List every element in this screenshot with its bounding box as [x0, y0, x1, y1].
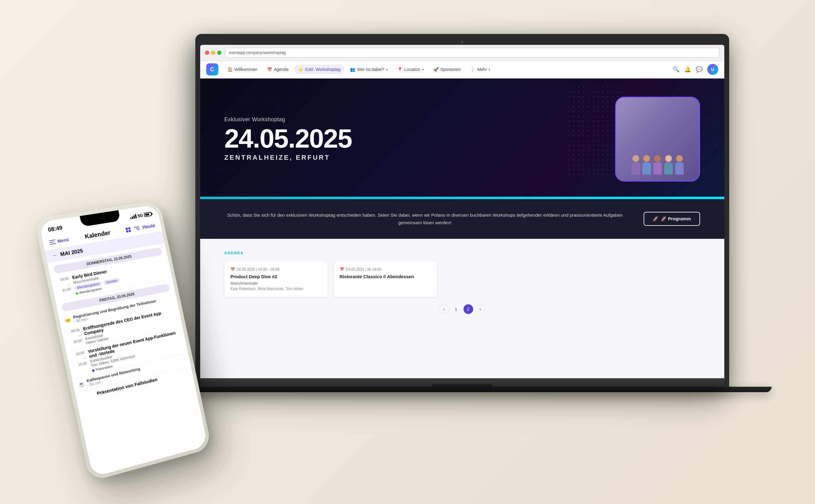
scene: 08:49 5G	[44, 25, 772, 479]
calendar-small-icon: 📅	[231, 267, 235, 272]
phone-title: Kalender	[84, 229, 111, 240]
person-4	[664, 155, 673, 175]
agenda-card-title-2: Ristorante Classico // Abendessen	[340, 274, 431, 279]
agenda-section: AGENDA 📅 24.05.2025 | 14:30 - 16:00 Prod…	[200, 239, 724, 378]
home-icon: 🏠	[228, 67, 233, 72]
close-dot[interactable]	[205, 51, 209, 55]
phone-device: 08:49 5G	[34, 200, 212, 482]
description-text: Schön, dass Sie sich für den exklusiven …	[225, 211, 626, 227]
agenda-section-label: AGENDA	[225, 251, 700, 255]
nav-actions: 🔍 🔔 💬 U	[673, 64, 718, 75]
user-avatar[interactable]: U	[707, 64, 718, 75]
phone-5g-label: 5G	[137, 213, 143, 218]
pagination-page-2[interactable]: 2	[463, 304, 473, 314]
accent-bar	[200, 197, 724, 199]
agenda-card-title-1: Product Deep Dive #2	[231, 274, 322, 279]
rocket-icon: 🚀	[433, 67, 439, 72]
phone-header-actions: Heute	[125, 223, 155, 233]
nav-item-wer-dabei[interactable]: 👥 Wer ist dabei? ▾	[346, 65, 392, 74]
nav-item-location[interactable]: 📍 Location ▾	[393, 65, 428, 74]
programm-button[interactable]: 🚀 🚀 Programm	[644, 212, 700, 226]
battery-icon	[143, 212, 152, 217]
phone-time: 08:49	[47, 224, 63, 233]
hero-location: ZENTRALHEIZE, ERFURT	[225, 154, 597, 162]
search-icon[interactable]: 🔍	[673, 66, 680, 73]
phone-body: 08:49 5G	[34, 200, 212, 482]
phone-menu-label: Menü	[57, 237, 69, 243]
phone-screen: 08:49 5G	[38, 204, 208, 477]
agenda-card-date-1: 📅 24.05.2025 | 14:30 - 16:00	[231, 267, 322, 272]
star-icon: ⭐	[298, 67, 303, 72]
more-icon: ⋮	[470, 67, 475, 72]
event-time-features: 10:00 – 10:30	[71, 350, 88, 376]
laptop-body: eventapp.company/workshoptag C 🏠 Willkom…	[195, 34, 729, 387]
browser-window-controls	[205, 51, 222, 55]
nav-item-mehr[interactable]: ⋮ Mehr ▾	[466, 64, 494, 75]
battery-fill	[145, 213, 149, 215]
laptop-device: eventapp.company/workshoptag C 🏠 Willkom…	[195, 34, 772, 392]
hero-text: Exklusiver Workshoptag 24.05.2025 ZENTRA…	[225, 116, 597, 162]
person-1	[632, 155, 640, 175]
hero-date: 24.05.2025	[225, 125, 597, 152]
chevron-down-icon-wer: ▾	[386, 68, 388, 71]
phone-status-icons: 5G	[129, 211, 152, 219]
chat-icon[interactable]: 💬	[696, 66, 703, 73]
back-arrow-icon[interactable]: ←	[52, 252, 58, 259]
phone-notch	[79, 210, 120, 227]
grid-icon[interactable]	[125, 227, 131, 232]
location-icon: 📍	[397, 67, 402, 72]
hero-event-label: Exklusiver Workshoptag	[225, 116, 597, 123]
nav-item-sponsoren[interactable]: 🚀 Sponsoren	[429, 65, 465, 74]
agenda-card-location-1: Maschinenhalle	[231, 281, 322, 285]
nav-item-agenda[interactable]: 📅 Agenda	[263, 65, 293, 74]
nav-item-workshoptag[interactable]: ⭐ Exkl. Workshoptag	[294, 65, 345, 74]
workshop-photo	[616, 98, 699, 181]
phone-content: DONNERSTAG, 22.05.2025 18:00 – 21:00 Ear…	[47, 243, 208, 477]
registration-emoji: 🤝	[64, 317, 71, 324]
person-5	[675, 155, 684, 175]
browser-url-bar[interactable]: eventapp.company/workshoptag	[225, 48, 720, 58]
pagination-next[interactable]: ›	[476, 304, 485, 314]
phone-screen-container: 08:49 5G	[38, 204, 208, 477]
chevron-down-icon-mehr: ▾	[489, 68, 490, 71]
people-row	[632, 155, 684, 175]
agenda-card-1[interactable]: 📅 24.05.2025 | 14:30 - 16:00 Product Dee…	[225, 261, 328, 297]
pagination-prev[interactable]: ‹	[439, 304, 449, 314]
calendar-small-icon-2: 📅	[340, 267, 344, 272]
agenda-card-2[interactable]: 📅 24.05.2025 | ab 18:00 Ristorante Class…	[334, 261, 437, 297]
pagination: ‹ 1 2 ›	[225, 304, 700, 314]
agenda-card-speakers-1: Kate Robertson, Mina Wieczorek, Tom Aitk…	[231, 287, 322, 291]
pagination-page-1[interactable]: 1	[451, 304, 461, 314]
filter-icon[interactable]	[133, 226, 139, 230]
hero-image	[615, 97, 700, 182]
phone-month-title: MAI 2025	[59, 248, 83, 257]
menu-hamburger-icon[interactable]	[49, 239, 56, 244]
laptop-screen: eventapp.company/workshoptag C 🏠 Willkom…	[200, 45, 724, 378]
description-section: Schön, dass Sie sich für den exklusiven …	[200, 199, 724, 239]
nav-item-willkommen[interactable]: 🏠 Willkommen	[223, 65, 262, 74]
agenda-cards-container: 📅 24.05.2025 | 14:30 - 16:00 Product Dee…	[225, 261, 700, 297]
signal-bars	[129, 214, 137, 219]
laptop-camera-bar	[200, 39, 724, 45]
maximize-dot[interactable]	[217, 51, 222, 55]
event-time-ceo: 09:30 – 10:00	[66, 327, 83, 348]
app-logo[interactable]: C	[206, 63, 219, 75]
person-2	[643, 155, 651, 175]
app-navigation: C 🏠 Willkommen 📅 Agenda ⭐	[200, 61, 724, 78]
notification-bell-icon[interactable]: 🔔	[684, 66, 691, 73]
calendar-icon: 📅	[267, 67, 272, 72]
chevron-down-icon-location: ▾	[422, 68, 424, 71]
phone-menu-wrap[interactable]: Menü	[49, 237, 69, 245]
laptop-base	[200, 378, 724, 387]
nav-items-list: 🏠 Willkommen 📅 Agenda ⭐ Exkl. Workshopta…	[223, 64, 673, 75]
laptop-stand	[195, 387, 772, 392]
browser-chrome: eventapp.company/workshoptag	[200, 45, 724, 61]
person-3	[653, 155, 662, 175]
agenda-card-date-2: 📅 24.05.2025 | ab 18:00	[340, 267, 431, 272]
today-button[interactable]: Heute	[142, 223, 155, 230]
people-icon: 👥	[350, 67, 355, 72]
coffee-emoji: ☕	[78, 381, 85, 388]
minimize-dot[interactable]	[211, 51, 216, 55]
hero-section: Exklusiver Workshoptag 24.05.2025 ZENTRA…	[200, 78, 724, 197]
event-time: 18:00 – 21:00	[55, 276, 72, 298]
